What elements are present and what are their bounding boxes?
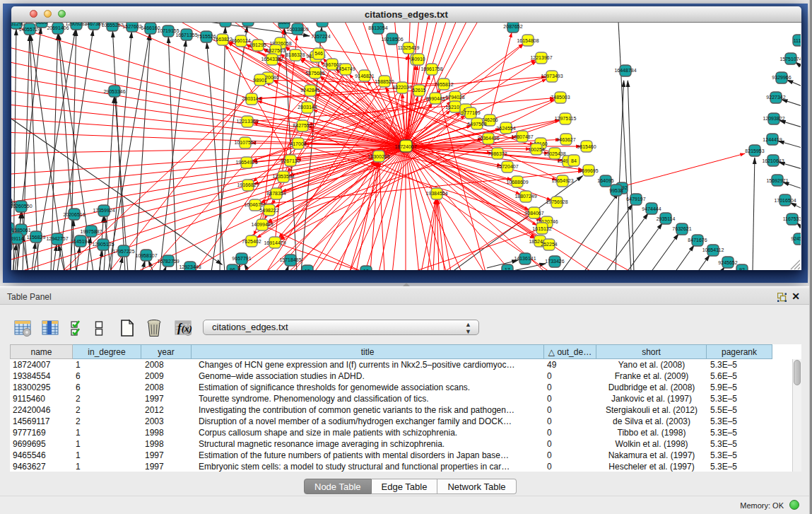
svg-text:10688609: 10688609 bbox=[506, 180, 528, 185]
svg-text:19654923: 19654923 bbox=[551, 178, 573, 183]
svg-text:10973493: 10973493 bbox=[541, 74, 563, 78]
svg-text:1527602: 1527602 bbox=[122, 24, 141, 29]
svg-text:1156829: 1156829 bbox=[27, 235, 46, 240]
svg-text:29053346: 29053346 bbox=[103, 89, 125, 94]
svg-text:8471676: 8471676 bbox=[688, 238, 707, 243]
svg-text:9146821: 9146821 bbox=[355, 74, 374, 78]
svg-text:16961758: 16961758 bbox=[420, 66, 442, 71]
svg-text:9463627: 9463627 bbox=[556, 137, 575, 142]
svg-text:9474444: 9474444 bbox=[642, 206, 661, 211]
svg-text:1880: 1880 bbox=[278, 23, 290, 25]
svg-text:18300295: 18300295 bbox=[367, 154, 389, 159]
svg-text:8267130: 8267130 bbox=[281, 158, 300, 163]
svg-text:8454749: 8454749 bbox=[336, 66, 355, 71]
svg-text:10046756: 10046756 bbox=[244, 202, 266, 207]
svg-text:17957225: 17957225 bbox=[112, 249, 134, 254]
svg-text:20206516: 20206516 bbox=[63, 212, 85, 217]
svg-text:9084067: 9084067 bbox=[524, 211, 543, 216]
svg-text:12093822: 12093822 bbox=[763, 116, 784, 121]
svg-text:9657791: 9657791 bbox=[232, 256, 251, 261]
svg-text:40910: 40910 bbox=[411, 57, 425, 62]
svg-text:9886: 9886 bbox=[36, 23, 47, 25]
svg-text:26260550: 26260550 bbox=[11, 204, 33, 209]
svg-text:19756928: 19756928 bbox=[546, 199, 567, 204]
svg-text:20691406: 20691406 bbox=[47, 25, 69, 30]
svg-text:15: 15 bbox=[305, 269, 310, 270]
svg-text:16448784: 16448784 bbox=[614, 68, 636, 73]
svg-text:164095: 164095 bbox=[597, 178, 613, 183]
svg-text:8660124: 8660124 bbox=[231, 38, 250, 43]
svg-text:15751074: 15751074 bbox=[779, 57, 801, 62]
svg-text:12923448: 12923448 bbox=[179, 264, 201, 269]
svg-text:19975887: 19975887 bbox=[80, 229, 102, 234]
svg-text:16543382: 16543382 bbox=[261, 57, 283, 62]
svg-text:9777169: 9777169 bbox=[461, 110, 480, 115]
svg-text:7625402: 7625402 bbox=[242, 239, 261, 244]
svg-text:16154808: 16154808 bbox=[517, 38, 539, 43]
svg-text:2935114: 2935114 bbox=[657, 216, 676, 221]
svg-text:100254: 100254 bbox=[528, 147, 544, 152]
svg-text:252254: 252254 bbox=[541, 242, 557, 247]
svg-text:2087652: 2087652 bbox=[503, 24, 522, 29]
svg-text:9227342: 9227342 bbox=[766, 95, 785, 100]
svg-text:1615132: 1615132 bbox=[532, 226, 551, 231]
svg-text:10653287: 10653287 bbox=[237, 23, 259, 23]
svg-text:10654112: 10654112 bbox=[702, 247, 724, 252]
svg-text:1112: 1112 bbox=[794, 38, 801, 43]
svg-text:8878354: 8878354 bbox=[266, 191, 286, 196]
svg-text:98901: 98901 bbox=[253, 78, 267, 83]
svg-text:14099489: 14099489 bbox=[251, 222, 273, 227]
svg-text:19384554: 19384554 bbox=[425, 191, 447, 196]
svg-text:16914479: 16914479 bbox=[264, 240, 286, 245]
svg-text:16782759: 16782759 bbox=[157, 259, 179, 264]
svg-text:8813054: 8813054 bbox=[368, 25, 387, 30]
svg-text:924505: 924505 bbox=[791, 236, 801, 241]
svg-text:9827503: 9827503 bbox=[266, 48, 285, 53]
svg-text:891295: 891295 bbox=[249, 42, 266, 47]
svg-text:15720407: 15720407 bbox=[496, 164, 518, 169]
svg-text:8215953: 8215953 bbox=[745, 148, 764, 153]
svg-text:12942757: 12942757 bbox=[46, 236, 68, 241]
svg-text:11: 11 bbox=[223, 23, 228, 23]
svg-text:12353594: 12353594 bbox=[272, 174, 294, 179]
svg-text:20364436: 20364436 bbox=[477, 136, 499, 141]
svg-text:18807249: 18807249 bbox=[514, 194, 536, 199]
svg-text:7986372: 7986372 bbox=[488, 151, 507, 156]
svg-text:7485003: 7485003 bbox=[551, 95, 570, 100]
svg-text:17: 17 bbox=[505, 267, 510, 270]
svg-text:546: 546 bbox=[314, 51, 323, 56]
svg-text:19654925: 19654925 bbox=[235, 160, 257, 165]
svg-text:39114: 39114 bbox=[11, 236, 24, 241]
svg-text:12213967: 12213967 bbox=[530, 55, 552, 60]
svg-text:9245652: 9245652 bbox=[718, 260, 737, 265]
svg-text:16671355: 16671355 bbox=[175, 33, 197, 37]
svg-text:12905135: 12905135 bbox=[92, 242, 114, 247]
svg-text:417004: 417004 bbox=[290, 141, 306, 146]
svg-text:6479197: 6479197 bbox=[626, 197, 645, 201]
svg-text:99538: 99538 bbox=[609, 188, 623, 193]
svg-text:10: 10 bbox=[363, 269, 369, 270]
svg-text:84: 84 bbox=[571, 158, 577, 163]
svg-text:2803144: 2803144 bbox=[242, 96, 261, 101]
svg-text:15718485: 15718485 bbox=[279, 257, 301, 262]
svg-text:92: 92 bbox=[739, 267, 745, 270]
svg-text:7955812: 7955812 bbox=[434, 82, 453, 87]
svg-text:19218506: 19218506 bbox=[381, 37, 403, 42]
svg-text:5498222: 5498222 bbox=[259, 208, 278, 213]
svg-text:10655287: 10655287 bbox=[101, 23, 123, 28]
svg-text:17016504: 17016504 bbox=[774, 198, 796, 203]
svg-text:12213369: 12213369 bbox=[236, 119, 258, 124]
svg-text:1733426: 1733426 bbox=[545, 259, 564, 264]
svg-text:11325419: 11325419 bbox=[398, 45, 420, 50]
svg-text:10958107: 10958107 bbox=[135, 253, 157, 258]
svg-text:1145194: 1145194 bbox=[71, 239, 90, 244]
svg-text:14136141: 14136141 bbox=[514, 256, 536, 261]
svg-text:16210643: 16210643 bbox=[762, 158, 784, 163]
svg-text:7663822: 7663822 bbox=[213, 37, 232, 42]
svg-text:6497508: 6497508 bbox=[467, 122, 486, 127]
svg-text:15692971: 15692971 bbox=[766, 178, 788, 183]
svg-text:7632621: 7632621 bbox=[672, 226, 691, 231]
svg-text:10107552: 10107552 bbox=[234, 140, 256, 145]
svg-text:7357224: 7357224 bbox=[311, 34, 330, 39]
svg-text:17359924: 17359924 bbox=[93, 208, 114, 213]
